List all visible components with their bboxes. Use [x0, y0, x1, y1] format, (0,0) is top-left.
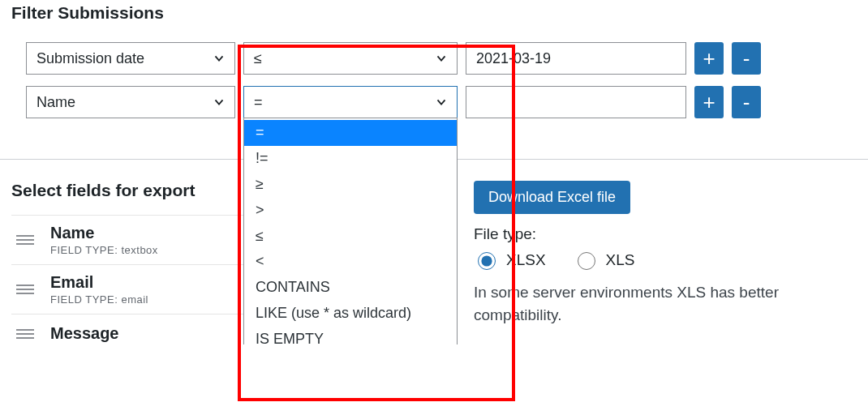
operator-option[interactable]: < [244, 249, 457, 275]
operator-option[interactable]: LIKE (use * as wildcard) [244, 301, 457, 327]
filetype-option-xls[interactable]: XLS [574, 250, 635, 270]
drag-handle-icon[interactable] [16, 285, 34, 294]
field-info: Message [50, 324, 119, 343]
filter-submissions-section: Filter Submissions Submission date ≤ + - [0, 0, 868, 160]
filter-field-select[interactable]: Submission date [26, 42, 235, 75]
download-excel-button[interactable]: Download Excel file [474, 181, 630, 214]
operator-option[interactable]: IS EMPTY [244, 327, 457, 344]
filetype-radio[interactable] [578, 252, 595, 270]
add-filter-button[interactable]: + [694, 86, 724, 118]
chevron-down-icon [212, 95, 226, 109]
filter-field-value: Name [37, 94, 75, 111]
filter-value-input[interactable] [466, 42, 686, 75]
chevron-down-icon [212, 51, 226, 66]
operator-option[interactable]: = [244, 120, 457, 146]
operator-option[interactable]: CONTAINS [244, 275, 457, 301]
field-info: Name FIELD TYPE: textbox [50, 224, 158, 256]
field-name: Message [50, 324, 119, 343]
filetype-option-xlsx[interactable]: XLSX [474, 250, 546, 270]
filter-operator-value: = [254, 94, 263, 111]
field-type: FIELD TYPE: textbox [50, 244, 158, 256]
field-name: Name [50, 224, 158, 242]
filter-rows: Submission date ≤ + - Name [26, 42, 857, 118]
operator-option[interactable]: ≥ [244, 172, 457, 198]
export-options-panel: Download Excel file File type: XLSX XLS … [474, 181, 857, 326]
field-name: Email [50, 273, 148, 292]
filter-field-value: Submission date [37, 50, 144, 67]
operator-option[interactable]: > [244, 198, 457, 224]
drag-handle-icon[interactable] [16, 235, 34, 245]
filter-row: Name = = != ≥ > ≤ < CONTAINS LI [26, 86, 857, 118]
operator-option[interactable]: != [244, 146, 457, 172]
field-type: FIELD TYPE: email [50, 293, 148, 306]
filetype-hint: In some server environments XLS has bett… [474, 281, 823, 326]
filter-operator-value: ≤ [254, 50, 262, 67]
filter-row: Submission date ≤ + - [26, 42, 857, 75]
chevron-down-icon [434, 95, 449, 109]
filetype-radio-group: XLSX XLS [474, 250, 857, 270]
operator-option[interactable]: ≤ [244, 224, 457, 250]
add-filter-button[interactable]: + [694, 42, 724, 75]
filter-title: Filter Submissions [11, 3, 857, 23]
chevron-down-icon [434, 51, 449, 66]
filter-operator-select[interactable]: = = != ≥ > ≤ < CONTAINS LIKE (use * as w… [243, 86, 458, 118]
filetype-label: File type: [474, 225, 857, 243]
drag-handle-icon[interactable] [16, 329, 34, 339]
remove-filter-button[interactable]: - [732, 86, 761, 118]
filetype-radio[interactable] [478, 252, 496, 270]
remove-filter-button[interactable]: - [732, 42, 761, 75]
filter-operator-select[interactable]: ≤ [243, 42, 458, 75]
field-info: Email FIELD TYPE: email [50, 273, 148, 306]
operator-dropdown: = != ≥ > ≤ < CONTAINS LIKE (use * as wil… [243, 118, 458, 344]
filter-value-input[interactable] [466, 86, 686, 118]
filter-field-select[interactable]: Name [26, 86, 235, 118]
